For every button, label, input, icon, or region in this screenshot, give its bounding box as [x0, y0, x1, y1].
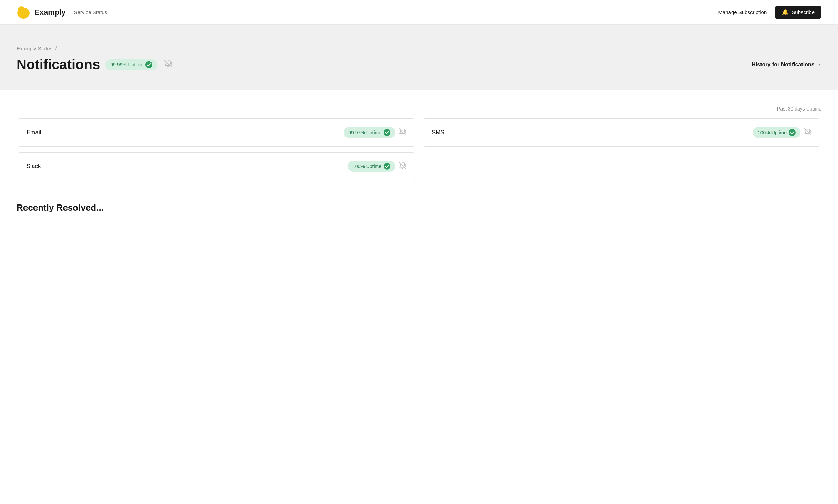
- service-right-email: 99.97% Uptime: [344, 127, 406, 138]
- uptime-badge-sms: 100% Uptime: [753, 127, 800, 138]
- recently-resolved-title: Recently Resolved...: [17, 202, 821, 213]
- breadcrumb-home[interactable]: Examply Status: [17, 45, 52, 51]
- service-card-slack: Slack 100% Uptime: [17, 152, 416, 180]
- header: Examply Service Status Manage Subscripti…: [0, 0, 838, 25]
- service-name-slack: Slack: [27, 163, 41, 170]
- subscribe-button-label: Subscribe: [791, 9, 815, 15]
- svg-point-1: [18, 6, 25, 13]
- breadcrumb: Examply Status /: [17, 45, 821, 51]
- uptime-badge-email: 99.97% Uptime: [344, 127, 395, 138]
- service-name-sms: SMS: [432, 129, 444, 136]
- bell-slash-icon: [164, 60, 172, 70]
- bell-slash-icon-slack: [399, 162, 406, 171]
- svg-point-6: [789, 129, 796, 136]
- history-link[interactable]: History for Notifications →: [752, 62, 821, 68]
- bell-slash-icon-email: [399, 128, 406, 137]
- service-name-email: Email: [27, 129, 41, 136]
- service-card-email: Email 99.97% Uptime: [17, 118, 416, 147]
- uptime-badge-slack: 100% Uptime: [348, 161, 395, 172]
- page-title: Notifications: [17, 57, 100, 72]
- header-left: Examply Service Status: [17, 6, 107, 19]
- uptime-text-email: 99.97% Uptime: [348, 130, 381, 135]
- check-icon-slack: [384, 163, 390, 170]
- bell-icon: 🔔: [782, 9, 789, 15]
- breadcrumb-separator: /: [55, 45, 57, 51]
- header-right: Manage Subscription 🔔 Subscribe: [718, 6, 821, 19]
- check-icon-sms: [789, 129, 796, 136]
- hero-section: Examply Status / Notifications 99.99% Up…: [0, 25, 838, 90]
- manage-subscription-link[interactable]: Manage Subscription: [718, 9, 767, 15]
- svg-point-2: [145, 61, 152, 68]
- main-content: Past 30 days Uptime Email 99.97% Uptime: [0, 90, 838, 202]
- services-grid-row1: Email 99.97% Uptime: [17, 118, 821, 147]
- subscribe-button[interactable]: 🔔 Subscribe: [775, 6, 821, 19]
- recently-resolved-section: Recently Resolved...: [0, 202, 838, 230]
- check-icon: [145, 61, 152, 68]
- bell-slash-icon-sms: [804, 128, 811, 137]
- hero-left: Notifications 99.99% Uptime: [17, 57, 172, 72]
- svg-point-4: [384, 129, 390, 136]
- check-icon-email: [384, 129, 390, 136]
- uptime-text-slack: 100% Uptime: [352, 164, 381, 169]
- service-right-sms: 100% Uptime: [753, 127, 811, 138]
- service-card-sms: SMS 100% Uptime: [422, 118, 821, 147]
- uptime-badge-text: 99.99% Uptime: [110, 62, 143, 67]
- uptime-text-sms: 100% Uptime: [758, 130, 787, 135]
- past-uptime-label: Past 30 days Uptime: [17, 106, 821, 112]
- logo-area: Examply: [17, 6, 66, 19]
- service-right-slack: 100% Uptime: [348, 161, 406, 172]
- uptime-badge: 99.99% Uptime: [105, 59, 157, 70]
- service-status-link[interactable]: Service Status: [74, 9, 108, 15]
- logo-text: Examply: [34, 8, 66, 17]
- hero-main: Notifications 99.99% Uptime: [17, 57, 821, 72]
- logo-icon: [17, 6, 30, 19]
- svg-point-8: [384, 163, 390, 170]
